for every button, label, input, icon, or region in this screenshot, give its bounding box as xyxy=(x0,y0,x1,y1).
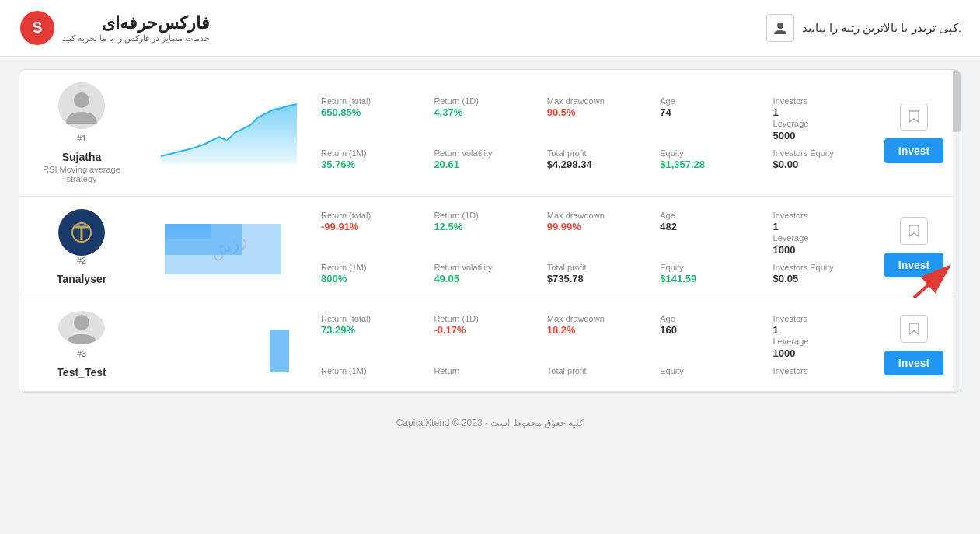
return-1d-value-3: -0.17% xyxy=(434,324,534,336)
trader-card-2: #2 Tanalyser رزش xyxy=(19,197,961,298)
header-right: .کپی تریدر با بالاترین رتبه را بیابید xyxy=(766,14,961,42)
volatility-label-3: Return xyxy=(434,365,534,376)
trader-name-1: Sujatha xyxy=(62,151,102,163)
leverage-value-3: 1000 xyxy=(773,347,874,359)
svg-rect-16 xyxy=(270,330,289,372)
max-drawdown-label-1: Max drawdown xyxy=(547,96,647,106)
return-1d-value-2: 12.5% xyxy=(434,221,534,232)
leverage-label-3: Leverage xyxy=(773,336,874,347)
return-total-value-2: -99.91% xyxy=(321,221,421,232)
person-icon-1 xyxy=(62,86,101,125)
return-1d-label-2: Return (1D) xyxy=(434,210,534,221)
stat-max-drawdown-2: Max drawdown 99.99% xyxy=(547,210,647,256)
equity-label-1: Equity xyxy=(660,148,760,159)
return-total-label-1: Return (total) xyxy=(321,96,421,106)
volatility-label-2: Return volatility xyxy=(434,262,534,273)
bookmark-button-3[interactable] xyxy=(900,315,928,343)
stat-total-profit-2: Total profit $735.78 xyxy=(547,262,647,284)
trader-left-2: #2 Tanalyser xyxy=(35,209,128,285)
investors-equity-value-2: $0.05 xyxy=(773,273,874,284)
stat-equity-3: Equity xyxy=(660,365,760,376)
stat-return-1m-1: Return (1M) 35.76% xyxy=(321,148,421,170)
trader-avatar-2 xyxy=(58,209,105,256)
action-area-1: Invest xyxy=(883,82,945,183)
trader-avatar-3 xyxy=(58,311,105,344)
tanalyser-icon xyxy=(62,213,101,252)
age-value-2: 482 xyxy=(660,221,760,232)
bookmark-button-1[interactable] xyxy=(900,103,928,131)
traders-list: #1 Sujatha RSI Moving average strategy xyxy=(19,69,961,393)
equity-value-2: $141.59 xyxy=(660,273,760,284)
stat-return-1d-2: Return (1D) 12.5% xyxy=(434,210,534,256)
bookmark-icon-2 xyxy=(908,224,920,238)
invest-button-2[interactable]: Invest xyxy=(884,253,943,277)
stat-age-1: Age 74 xyxy=(660,96,760,141)
stat-investors-equity-1: Investors Equity $0.00 xyxy=(773,148,874,170)
trader-avatar-1 xyxy=(58,82,105,129)
scrollbar-thumb[interactable] xyxy=(953,70,961,132)
equity-value-1: $1,357.28 xyxy=(660,159,760,170)
investors-equity-label-1: Investors Equity xyxy=(773,148,874,159)
max-drawdown-label-2: Max drawdown xyxy=(547,210,647,221)
bookmark-button-2[interactable] xyxy=(900,217,928,245)
trader-name-2: Tanalyser xyxy=(57,273,106,285)
age-value-3: 160 xyxy=(660,324,760,336)
total-profit-value-1: $4,298.34 xyxy=(547,159,647,170)
trader-card-3: #3 Test_Test Return (total) 73.29% Retur… xyxy=(19,298,961,392)
age-label-2: Age xyxy=(660,210,760,221)
return-1m-value-1: 35.76% xyxy=(321,159,421,170)
bookmark-icon-3 xyxy=(908,322,920,336)
user-icon xyxy=(772,20,788,36)
investors-value-1: 1 xyxy=(773,106,874,118)
volatility-label-1: Return volatility xyxy=(434,148,534,159)
equity-label-2: Equity xyxy=(660,262,760,273)
return-1m-value-2: 800% xyxy=(321,273,421,284)
stat-return-1d-1: Return (1D) 4.37% xyxy=(434,96,534,141)
stat-return-1m-2: Return (1M) 800% xyxy=(321,262,421,284)
rank-badge-2: #2 xyxy=(77,256,86,265)
logo-subtitle: خدمات متمایز در فارکس را با ما تجربه کنی… xyxy=(62,33,210,44)
max-drawdown-value-3: 18.2% xyxy=(547,324,647,336)
stat-volatility-1: Return volatility 20.61 xyxy=(434,148,534,170)
invest-button-3[interactable]: Invest xyxy=(884,351,943,375)
age-label-1: Age xyxy=(660,96,760,106)
logo-text: فارکس‌حرفه‌ای xyxy=(62,13,210,33)
return-1m-label-3: Return (1M) xyxy=(321,365,421,376)
stats-area-3: Return (total) 73.29% Return (1D) -0.17%… xyxy=(321,311,874,379)
logo-area: S فارکس‌حرفه‌ای خدمات متمایز در فارکس را… xyxy=(19,9,210,47)
footer: کلیه حقوق محفوظ است - CapitalXtend © 202… xyxy=(0,405,980,441)
return-total-value-1: 650.85% xyxy=(321,106,421,118)
trader-left-1: #1 Sujatha RSI Moving average strategy xyxy=(35,82,128,183)
return-1d-label-1: Return (1D) xyxy=(434,96,534,106)
stat-return-total-2: Return (total) -99.91% xyxy=(321,210,421,256)
person-icon-3 xyxy=(62,311,101,344)
action-area-3: Invest xyxy=(883,311,945,379)
stat-equity-2: Equity $141.59 xyxy=(660,262,760,284)
stat-age-3: Age 160 xyxy=(660,313,760,359)
scrollbar-track xyxy=(953,70,961,392)
rank-badge-3: #3 xyxy=(77,349,86,358)
user-account-button[interactable] xyxy=(766,14,794,42)
stat-volatility-2: Return volatility 49.05 xyxy=(434,262,534,284)
chart-area-2: رزش xyxy=(153,209,309,285)
stat-investors-equity-3: Investors xyxy=(773,365,874,376)
max-drawdown-value-1: 90.5% xyxy=(547,106,647,118)
investors-label-1: Investors xyxy=(773,96,874,106)
invest-button-1[interactable]: Invest xyxy=(884,138,943,163)
stat-volatility-3: Return xyxy=(434,365,534,376)
age-value-1: 74 xyxy=(660,106,760,118)
return-1d-label-3: Return (1D) xyxy=(434,313,534,324)
header-tagline: .کپی تریدر با بالاترین رتبه را بیابید xyxy=(802,21,961,35)
return-1m-label-2: Return (1M) xyxy=(321,262,421,273)
stats-area-1: Return (total) 650.85% Return (1D) 4.37%… xyxy=(321,82,874,183)
investors-equity-value-1: $0.00 xyxy=(773,159,874,170)
leverage-value-1: 5000 xyxy=(773,130,874,141)
volatility-value-2: 49.05 xyxy=(434,273,534,284)
investors-value-3: 1 xyxy=(773,324,874,336)
stat-return-total-1: Return (total) 650.85% xyxy=(321,96,421,141)
max-drawdown-label-3: Max drawdown xyxy=(547,313,647,324)
stat-return-total-3: Return (total) 73.29% xyxy=(321,313,421,359)
age-label-3: Age xyxy=(660,313,760,324)
stat-equity-1: Equity $1,357.28 xyxy=(660,148,760,170)
svg-rect-12 xyxy=(165,224,281,274)
